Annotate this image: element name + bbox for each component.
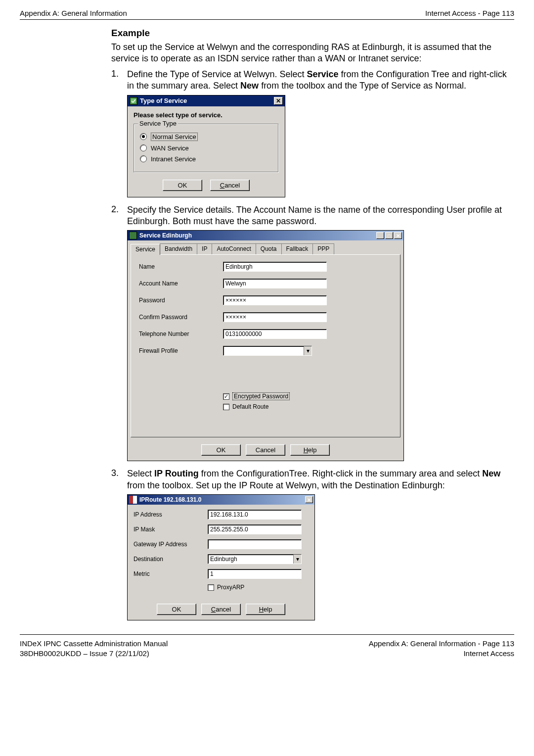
tab-ppp[interactable]: PPP — [312, 243, 334, 254]
service-edinburgh-dialog: Service Edinburgh _ □ ✕ Service Bandwidt… — [127, 230, 404, 461]
footer-right-2: Internet Access — [369, 649, 514, 659]
radio-icon — [140, 155, 147, 162]
tab-label: Quota — [261, 245, 277, 252]
confirm-password-input[interactable]: ×××××× — [223, 312, 327, 322]
close-icon[interactable]: ✕ — [394, 232, 402, 239]
cancel-rest: ancel — [224, 182, 240, 189]
step-3: 3. Select IP Routing from the Configurat… — [111, 468, 509, 491]
radio-label: Normal Service — [151, 133, 198, 141]
password-input[interactable]: ×××××× — [223, 295, 327, 305]
help-u: H — [259, 606, 264, 613]
select-value: Edinburgh — [208, 555, 293, 564]
tab-label: IP — [202, 245, 207, 252]
ok-label: OK — [217, 446, 226, 454]
tab-label: Service — [135, 246, 155, 253]
ok-button[interactable]: OK — [163, 180, 202, 191]
intro-paragraph: To set up the Service at Welwyn and the … — [111, 42, 509, 65]
proxyarp-checkbox[interactable]: ProxyARP — [208, 584, 309, 591]
encrypted-password-checkbox[interactable]: ✓ Encrypted Password — [223, 392, 392, 400]
dialog-title: IPRoute 192.168.131.0 — [139, 496, 305, 503]
gateway-input[interactable] — [208, 539, 302, 549]
firewall-profile-select[interactable]: ▾ — [223, 346, 312, 356]
tab-fallback[interactable]: Fallback — [281, 243, 313, 254]
maximize-icon[interactable]: □ — [385, 232, 393, 239]
ok-label: OK — [178, 182, 187, 189]
cancel-u: C — [211, 606, 216, 613]
cancel-u: C — [220, 182, 224, 189]
telephone-input[interactable]: 01310000000 — [223, 329, 327, 339]
service-type-group: Service Type Normal Service WAN Service … — [134, 124, 279, 173]
page-header: Appendix A: General Information Internet… — [20, 0, 514, 19]
account-name-label: Account Name — [139, 280, 223, 287]
help-u: H — [304, 446, 308, 454]
input-value: 192.168.131.0 — [210, 511, 248, 518]
app-icon — [129, 232, 137, 239]
minimize-icon[interactable]: _ — [376, 232, 384, 239]
radio-wan-service[interactable]: WAN Service — [140, 144, 272, 152]
input-value: 1 — [210, 570, 214, 577]
cancel-button[interactable]: Cancel — [201, 604, 241, 615]
metric-input[interactable]: 1 — [208, 569, 302, 579]
tab-ip[interactable]: IP — [197, 243, 212, 254]
iproute-dialog: IPRoute 192.168.131.0 ✕ IP Address 192.1… — [127, 494, 315, 620]
ok-label: OK — [172, 606, 181, 613]
destination-select[interactable]: Edinburgh ▾ — [208, 554, 302, 564]
footer-right-1: Appendix A: General Information - Page 1… — [369, 639, 514, 649]
checkbox-label: Default Route — [232, 403, 268, 410]
radio-intranet-service[interactable]: Intranet Service — [140, 155, 272, 163]
cancel-button[interactable]: Cancel — [246, 444, 285, 456]
section-title: Example — [111, 28, 514, 39]
header-rule — [20, 19, 514, 20]
close-icon[interactable]: ✕ — [274, 97, 283, 105]
ip-address-label: IP Address — [134, 511, 208, 518]
checkbox-icon — [223, 404, 229, 410]
step3-mid: from the ConfigurationTree. Right-click … — [199, 469, 483, 478]
radio-label: Intranet Service — [151, 155, 196, 163]
close-icon[interactable]: ✕ — [305, 496, 313, 503]
tab-panel: Name Edinburgh Account Name Welwyn Passw… — [131, 254, 400, 437]
dialog-titlebar: Service Edinburgh _ □ ✕ — [128, 231, 403, 240]
name-label: Name — [139, 263, 223, 270]
step1-post: from the toolbox and the Type of Service… — [259, 81, 466, 91]
step1-bold2: New — [240, 81, 259, 91]
tab-strip: Service Bandwidth IP AutoConnect Quota F… — [128, 240, 403, 254]
tab-label: Bandwidth — [165, 245, 192, 252]
account-name-input[interactable]: Welwyn — [223, 279, 327, 288]
telephone-label: Telephone Number — [139, 331, 223, 337]
input-value: Edinburgh — [225, 263, 253, 270]
cancel-rest: ancel — [216, 606, 231, 613]
step-1-text: Define the Type of Service at Welwyn. Se… — [127, 69, 509, 92]
ip-mask-input[interactable]: 255.255.255.0 — [208, 524, 302, 534]
step3-pre: Select — [127, 469, 154, 478]
step-1: 1. Define the Type of Service at Welwyn.… — [111, 69, 509, 92]
dropdown-arrow-icon: ▾ — [293, 555, 301, 564]
help-button[interactable]: Help — [246, 604, 285, 615]
name-input[interactable]: Edinburgh — [223, 262, 327, 272]
tab-autoconnect[interactable]: AutoConnect — [212, 243, 256, 254]
step-2-text: Specify the Service details. The Account… — [127, 204, 509, 228]
help-rest: elp — [308, 446, 316, 454]
radio-icon — [140, 133, 147, 140]
input-value: 01310000000 — [225, 331, 262, 337]
type-of-service-dialog: Type of Service ✕ Please select type of … — [127, 95, 285, 197]
ok-button[interactable]: OK — [201, 444, 241, 456]
help-button[interactable]: Help — [290, 444, 330, 456]
fieldset-legend: Service Type — [138, 120, 178, 127]
tab-bandwidth[interactable]: Bandwidth — [160, 243, 197, 254]
ip-address-input[interactable]: 192.168.131.0 — [208, 510, 302, 520]
cancel-button[interactable]: Cancel — [210, 180, 250, 191]
default-route-checkbox[interactable]: Default Route — [223, 403, 392, 410]
ok-button[interactable]: OK — [157, 604, 196, 615]
step1-pre: Define the Type of Service at Welwyn. Se… — [127, 69, 307, 79]
destination-label: Destination — [134, 556, 208, 563]
checkbox-icon: ✓ — [223, 393, 229, 400]
input-value: Welwyn — [225, 280, 246, 287]
tab-service[interactable]: Service — [131, 244, 160, 255]
radio-normal-service[interactable]: Normal Service — [140, 133, 272, 141]
input-value: ×××××× — [225, 297, 246, 304]
tab-quota[interactable]: Quota — [256, 243, 282, 254]
step-1-num: 1. — [111, 69, 127, 92]
tab-label: Fallback — [286, 245, 309, 252]
step1-bold1: Service — [307, 69, 339, 79]
checkbox-icon — [208, 584, 214, 591]
